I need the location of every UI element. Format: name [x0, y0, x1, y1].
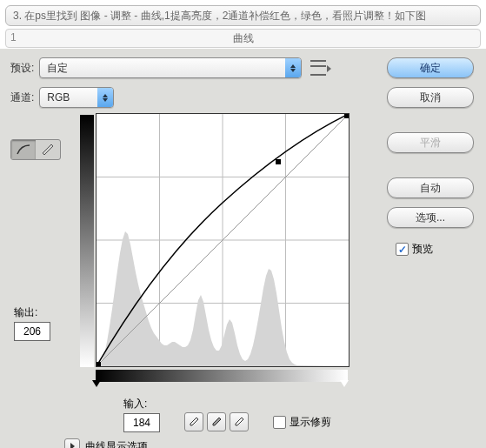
- curve-draw-tool[interactable]: [11, 140, 36, 159]
- curves-graph[interactable]: [96, 113, 350, 367]
- endpoint-white[interactable]: [344, 114, 349, 118]
- chevron-updown-icon: [97, 88, 113, 107]
- curve-tool-icon: [16, 144, 31, 156]
- cancel-button[interactable]: 取消: [387, 87, 474, 108]
- white-point-handle[interactable]: [340, 380, 349, 387]
- output-block: 输出: 206: [14, 305, 50, 341]
- show-clipping-label: 显示修剪: [290, 415, 331, 430]
- tab-bar: 1 曲线: [5, 29, 481, 48]
- output-field[interactable]: 206: [14, 322, 50, 341]
- tab-number[interactable]: 1: [10, 31, 17, 43]
- preview-label: 预览: [412, 242, 433, 257]
- black-point-handle[interactable]: [92, 380, 101, 387]
- channel-select[interactable]: RGB: [39, 87, 114, 108]
- channel-value: RGB: [40, 91, 77, 104]
- show-clipping-checkbox[interactable]: [273, 416, 286, 429]
- smooth-button[interactable]: 平滑: [387, 132, 474, 153]
- eyedropper-gray-icon: [211, 417, 222, 427]
- preset-label: 预设:: [10, 61, 34, 76]
- eyedropper-black-icon: [189, 417, 199, 427]
- control-point[interactable]: [276, 159, 281, 164]
- preset-menu-icon[interactable]: [310, 60, 326, 76]
- input-field[interactable]: 184: [123, 413, 160, 432]
- endpoint-black[interactable]: [97, 362, 101, 366]
- instruction-bar: 3. 在ps里找到 图像 - 调整 - 曲线,1提高亮度，2通道补偿红色，绿色，…: [5, 5, 481, 26]
- output-label: 输出:: [14, 305, 50, 320]
- preset-value: 自定: [40, 61, 75, 76]
- disclosure-toggle[interactable]: [64, 438, 80, 448]
- options-button[interactable]: 选项...: [387, 207, 474, 228]
- eyedropper-gray[interactable]: [207, 412, 226, 431]
- output-gradient: [80, 115, 94, 367]
- disclosure-label: 曲线显示选项: [85, 439, 148, 449]
- eyedropper-black[interactable]: [184, 412, 203, 431]
- pencil-tool-icon: [40, 144, 56, 156]
- input-label: 输入:: [123, 397, 331, 411]
- ok-button[interactable]: 确定: [387, 57, 474, 78]
- dialog-title: 曲线: [233, 31, 254, 46]
- pencil-draw-tool[interactable]: [36, 140, 60, 159]
- input-gradient[interactable]: [96, 370, 348, 382]
- eyedropper-white[interactable]: [230, 412, 249, 431]
- eyedropper-white-icon: [234, 417, 244, 427]
- channel-label: 通道:: [10, 90, 34, 105]
- curve-tool-group: [10, 139, 61, 160]
- preview-checkbox[interactable]: [396, 243, 409, 256]
- auto-button[interactable]: 自动: [387, 177, 474, 198]
- chevron-updown-icon: [285, 58, 301, 77]
- preset-select[interactable]: 自定: [39, 57, 302, 78]
